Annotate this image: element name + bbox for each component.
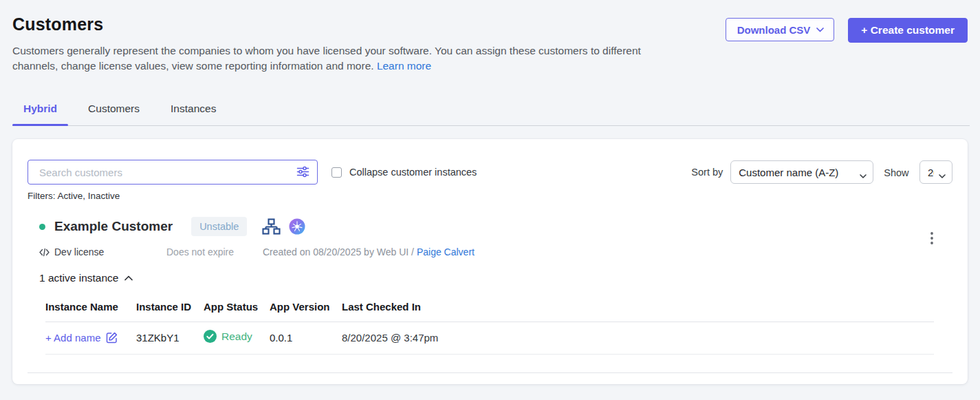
last-checked-in-cell: 8/20/2025 @ 3:47pm xyxy=(342,332,934,344)
learn-more-link[interactable]: Learn more xyxy=(377,60,431,72)
license-expiry: Does not expire xyxy=(166,246,263,257)
show-select-wrap: 20 xyxy=(919,160,952,184)
column-header-app-status: App Status xyxy=(204,301,270,313)
card-bottom-divider xyxy=(28,372,952,373)
column-header-app-version: App Version xyxy=(270,301,342,313)
collapse-instances-checkbox[interactable] xyxy=(331,167,342,178)
instances-summary: 1 active instance xyxy=(39,272,118,284)
add-name-label: + Add name xyxy=(45,332,100,344)
create-customer-button[interactable]: + Create customer xyxy=(848,18,968,43)
show-group: Show 20 xyxy=(884,160,952,184)
column-header-instance-name: Instance Name xyxy=(45,301,136,313)
instances-table: Instance Name Instance ID App Status App… xyxy=(45,301,934,355)
tab-hybrid[interactable]: Hybrid xyxy=(12,97,68,125)
customer-header: Example Customer Unstable xyxy=(28,217,952,236)
app-status-cell: Ready xyxy=(204,330,270,343)
collapse-instances-label: Collapse customer instances xyxy=(349,167,477,178)
show-select[interactable]: 20 xyxy=(919,160,952,184)
search-wrap xyxy=(28,160,318,185)
download-csv-label: Download CSV xyxy=(737,24,811,36)
create-customer-label: + Create customer xyxy=(861,24,955,36)
collapse-instances-control[interactable]: Collapse customer instances xyxy=(331,167,477,178)
customers-panel: Collapse customer instances Sort by Cust… xyxy=(12,139,968,384)
license-type: Dev license xyxy=(39,246,166,257)
tab-bar: Hybrid Customers Instances xyxy=(12,97,970,126)
page-description-text: Customers generally represent the compan… xyxy=(12,45,641,72)
page-description: Customers generally represent the compan… xyxy=(12,43,676,74)
created-text: Created on 08/20/2025 by Web UI / xyxy=(263,246,414,257)
created-by-link[interactable]: Paige Calvert xyxy=(417,246,475,257)
license-row: Dev license Does not expire Created on 0… xyxy=(28,246,952,257)
header-actions: Download CSV + Create customer xyxy=(726,18,968,43)
filter-sliders-icon[interactable] xyxy=(296,166,309,180)
sort-select-wrap: Customer name (A-Z) xyxy=(730,160,873,184)
toolbar: Collapse customer instances Sort by Cust… xyxy=(28,160,952,185)
table-row: + Add name 31ZKbY1 Ready 0. xyxy=(45,322,934,355)
download-csv-button[interactable]: Download CSV xyxy=(726,18,835,41)
tab-customers[interactable]: Customers xyxy=(77,97,151,125)
list-controls: Sort by Customer name (A-Z) Show 20 xyxy=(691,160,952,184)
active-filters-note: Filters: Active, Inactive xyxy=(28,191,952,201)
app-version-cell: 0.0.1 xyxy=(270,332,342,344)
code-icon xyxy=(39,248,50,257)
table-header-row: Instance Name Instance ID App Status App… xyxy=(45,301,934,322)
kubernetes-icon xyxy=(289,218,305,235)
active-status-dot xyxy=(39,224,45,230)
column-header-instance-id: Instance ID xyxy=(136,301,204,313)
created-info: Created on 08/20/2025 by Web UI / Paige … xyxy=(263,246,475,257)
tab-instances[interactable]: Instances xyxy=(160,97,227,125)
sitemap-icon xyxy=(262,218,281,235)
app-status-label: Ready xyxy=(221,330,252,343)
search-input[interactable] xyxy=(28,160,318,185)
sort-by-label: Sort by xyxy=(691,167,723,178)
add-name-button[interactable]: + Add name xyxy=(45,332,136,344)
customer-menu-kebab-icon[interactable] xyxy=(928,231,936,249)
check-circle-icon xyxy=(204,330,217,343)
instances-toggle[interactable]: 1 active instance xyxy=(28,272,952,284)
chevron-down-icon xyxy=(816,28,824,32)
page-header: Customers Customers generally represent … xyxy=(0,0,980,74)
instance-id-cell: 31ZKbY1 xyxy=(136,332,204,344)
sort-select[interactable]: Customer name (A-Z) xyxy=(730,160,873,184)
show-label: Show xyxy=(884,167,908,178)
column-header-last-checked-in: Last Checked In xyxy=(342,301,934,313)
customer-type-icons xyxy=(262,218,305,235)
chevron-up-icon xyxy=(124,275,133,281)
edit-icon xyxy=(106,332,118,344)
license-type-label: Dev license xyxy=(54,246,104,257)
channel-badge: Unstable xyxy=(191,217,247,236)
customer-name[interactable]: Example Customer xyxy=(54,219,173,234)
